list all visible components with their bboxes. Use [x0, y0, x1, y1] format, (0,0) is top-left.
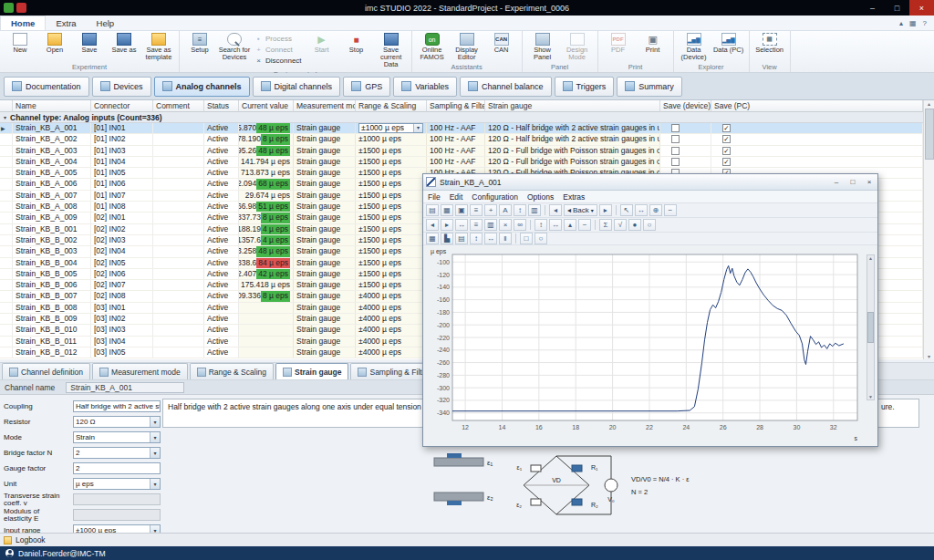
column-header-name[interactable]: Name — [13, 100, 91, 112]
refresh-icon[interactable]: ○ — [534, 233, 547, 244]
cell-range-scaling[interactable]: ±1500 µ eps — [356, 146, 427, 156]
x-scale-icon[interactable]: ↔ — [484, 233, 497, 244]
table-vertical-scrollbar[interactable]: ▴ ▾ — [923, 100, 934, 359]
cell-range-scaling[interactable]: ±1500 µ eps — [356, 235, 427, 245]
save-device-checkbox[interactable] — [671, 124, 680, 132]
measure-icon[interactable]: ↔ — [635, 204, 648, 216]
cursor-icon[interactable]: ↖ — [620, 204, 633, 216]
display-editor-button[interactable]: Display Editor — [450, 32, 484, 61]
tab-summary[interactable]: Summary — [617, 77, 682, 97]
chevron-down-icon[interactable]: ▾ — [413, 124, 422, 132]
save-current-data-button[interactable]: Save current Data — [374, 32, 409, 68]
column-header-marker[interactable] — [0, 100, 13, 112]
table-group-row[interactable]: ▾ Channel type: Analog inputs (Count=336… — [0, 112, 923, 123]
can-button[interactable]: CANCAN — [484, 32, 519, 54]
marker-tool-icon[interactable]: ↕ — [514, 204, 526, 216]
print-icon[interactable]: ▣ — [455, 204, 468, 216]
chevron-down-icon[interactable]: ▾ — [150, 432, 160, 442]
save-as-button[interactable]: Save as — [107, 32, 141, 54]
minimize-ribbon-icon[interactable]: ▴ — [899, 19, 903, 27]
close-button[interactable]: × — [909, 0, 934, 16]
tab-measurement-mode[interactable]: Measurement mode — [92, 363, 188, 379]
data-pc-button[interactable]: ▂▅▇Data (PC) — [711, 32, 746, 54]
open-button[interactable]: Open — [37, 32, 72, 54]
palette-icon[interactable]: ○ — [643, 219, 656, 231]
minimize-button[interactable]: – — [860, 0, 885, 16]
tab-devices[interactable]: Devices — [92, 77, 151, 97]
cell-range-scaling[interactable]: ±1500 µ eps — [356, 191, 427, 201]
open-icon[interactable]: ▤ — [426, 204, 439, 216]
zoom-out-icon[interactable]: − — [664, 204, 677, 216]
table-row[interactable]: ▶Strain_KB_A_001[01] IN01Active-215.8704… — [0, 123, 923, 134]
curve-menu-extras[interactable]: Extras — [563, 192, 585, 202]
cell-range-scaling[interactable]: ±1500 µ eps — [356, 224, 427, 234]
column-header-range-scaling[interactable]: Range & Scaling — [356, 100, 427, 112]
table-view-icon[interactable]: ▥ — [528, 204, 541, 216]
resistor-select[interactable]: 120 Ω▾ — [73, 416, 161, 428]
stop-button[interactable]: ■Stop — [339, 32, 374, 54]
logbook-bar[interactable]: Logbook — [0, 533, 934, 546]
cell-range-scaling[interactable]: ±4000 µ eps — [356, 325, 427, 335]
data-device-button[interactable]: ▂▅▇Data (Device) — [677, 32, 711, 61]
scroll-down-icon[interactable]: ▾ — [928, 353, 930, 359]
curve-menu-edit[interactable]: Edit — [450, 192, 463, 202]
cell-range-scaling[interactable]: ±1500 µ eps — [356, 269, 427, 279]
curve-menu-file[interactable]: File — [428, 192, 441, 202]
copy-icon[interactable]: ≡ — [470, 204, 483, 216]
curve-minimize-button[interactable]: – — [828, 176, 845, 189]
split-view-icon[interactable]: ▥ — [484, 219, 497, 231]
strain-curve-plot[interactable]: 1214161820222426283032-100-120-140-160-1… — [425, 245, 865, 446]
cell-range-scaling[interactable]: ±4000 µ eps — [356, 303, 427, 313]
y-zoom-icon[interactable]: ↕ — [534, 219, 547, 231]
tab-documentation[interactable]: Documentation — [4, 77, 89, 97]
curve-menu-configuration[interactable]: Configuration — [472, 192, 518, 202]
group-collapse-icon[interactable]: ▾ — [4, 114, 6, 120]
gauge-factor-input[interactable]: 2 — [73, 462, 161, 474]
redo-icon[interactable]: ▸ — [599, 204, 612, 216]
forward-icon[interactable]: ▸ — [441, 219, 453, 231]
cell-range-scaling[interactable]: ±1500 µ eps — [356, 258, 427, 268]
save-pc-checkbox[interactable] — [722, 135, 731, 143]
save-pc-checkbox[interactable] — [722, 124, 731, 132]
column-header-current-value[interactable]: Current value — [239, 100, 294, 112]
axes-toggle-icon[interactable]: ▙ — [441, 233, 453, 244]
tab-channel-definition[interactable]: Channel definition — [2, 363, 90, 379]
range-combo[interactable]: ±1000 µ eps▾ — [358, 123, 423, 133]
link-icon[interactable]: ∞ — [514, 219, 526, 231]
curve-close-button[interactable]: × — [861, 176, 877, 189]
save-device-checkbox[interactable] — [671, 158, 680, 166]
tab-channel-balance[interactable]: Channel balance — [460, 77, 552, 97]
column-header-strain-gauge[interactable]: Strain gauge — [485, 100, 660, 112]
tab-analog-channels[interactable]: Analog channels — [154, 77, 250, 97]
window-layout-icon[interactable]: ▦ — [909, 19, 917, 27]
mode-select[interactable]: Strain▾ — [73, 431, 161, 443]
cell-range-scaling[interactable]: ±1500 µ eps — [356, 213, 427, 223]
column-header-sampling-filtering[interactable]: Sampling & Filtering — [427, 100, 485, 112]
cell-range-scaling[interactable]: ±1000 µ eps▾ — [356, 123, 427, 133]
cell-range-scaling[interactable]: ±4000 µ eps — [356, 314, 427, 324]
save-pc-checkbox[interactable] — [722, 147, 731, 155]
chevron-down-icon[interactable]: ▾ — [150, 448, 160, 458]
scroll-up-icon[interactable]: ▴ — [928, 100, 930, 107]
coupling-select[interactable]: Half bridge with 2 active strain gauges … — [73, 400, 161, 412]
y-scale-icon[interactable]: ↕ — [470, 233, 483, 244]
menu-home[interactable]: Home — [0, 16, 46, 30]
table-row[interactable]: Strain_KB_A_004[01] IN04Active141.794 µ … — [0, 157, 923, 168]
save-device-checkbox[interactable] — [671, 147, 680, 155]
save-as-template-button[interactable]: Save as template — [141, 32, 176, 61]
legend-toggle-icon[interactable]: ▤ — [455, 233, 468, 244]
cell-range-scaling[interactable]: ±1500 µ eps — [356, 280, 427, 290]
menu-extra[interactable]: Extra — [46, 16, 86, 30]
settings-icon[interactable]: ● — [628, 219, 641, 231]
menu-help[interactable]: Help — [87, 16, 125, 30]
table-row[interactable]: Strain_KB_A_003[01] IN03Active1195.2648 … — [0, 146, 923, 157]
scrollbar-thumb[interactable] — [867, 312, 874, 343]
save-device-checkbox[interactable] — [671, 135, 680, 143]
sum-icon[interactable]: Σ — [599, 219, 612, 231]
selection-button[interactable]: ▦Selection — [752, 32, 787, 54]
tab-variables[interactable]: Variables — [393, 77, 457, 97]
column-header-save-device[interactable]: Save (device) — [660, 100, 711, 112]
stacked-axes-icon[interactable]: ≡ — [470, 219, 483, 231]
column-header-save-pc[interactable]: Save (PC) — [711, 100, 923, 112]
online-famos-button[interactable]: onOnline FAMOS — [415, 32, 450, 61]
